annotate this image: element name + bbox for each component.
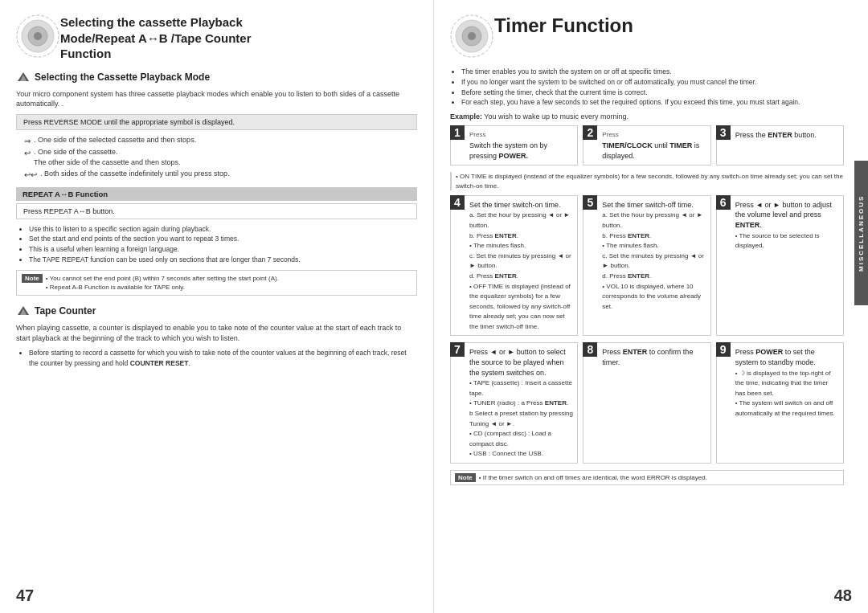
title-line2: Mode/Repeat A↔B /Tape Counter [60,31,252,45]
repeat-note-box: Note • You cannot set the end point (B) … [16,270,417,296]
bullet-text-3: . Both sides of the cassette indefinitel… [40,169,230,180]
bullet-symbol-3: ↩↩ [24,169,37,181]
section1-icon [16,70,31,84]
step-2-content: Press TIMER/CLOCK until TIMER is display… [602,130,706,161]
step-6-box: 6 Press ◄ or ► button to adjust the volu… [716,195,844,337]
step-9-box: 9 Press POWER to set the system to stand… [716,342,844,464]
page-number-right: 48 [834,586,852,605]
section1-body: Your micro component system has three ca… [16,89,417,109]
section3-title: Tape Counter [35,305,96,317]
miscellaneous-label: MISCELLANEOUS [858,194,865,271]
bullet-item-3: ↩↩ . Both sides of the cassette indefini… [24,169,417,181]
step-4-number: 4 [450,195,465,210]
intro-bullet-4: For each step, you have a few seconds to… [461,97,844,108]
left-title: Selecting the cassette Playback Mode/Rep… [60,14,252,62]
step-3-box: 3 Press the ENTER button. [716,125,844,166]
step-5-content: Set the timer switch-off time. a. Set th… [602,200,706,312]
svg-point-3 [34,32,42,40]
step-6-number: 6 [716,195,731,210]
timer-function-title: Timer Function [494,14,633,37]
step-2-number: 2 [583,125,597,140]
step-3-content: Press the ENTER button. [735,130,839,141]
step-2-press: Press [602,130,706,139]
right-header: Timer Function [450,14,844,59]
step-5-box: 5 Set the timer switch-off time. a. Set … [583,195,710,337]
step3-note: • ON TIME is displayed (instead of the e… [450,172,844,190]
miscellaneous-tab: MISCELLANEOUS [854,161,868,305]
bullet-item-2: ↩ . One side of the cassette.The other s… [24,147,417,169]
repeat-bullet-1: Use this to listen to a specific section… [29,224,417,235]
page-left: Selecting the cassette Playback Mode/Rep… [0,0,434,613]
step-1-press: Press [469,130,573,139]
example-line: Example: You wish to wake up to music ev… [450,112,844,121]
repeat-press-box: Press REPEAT A↔B button. [16,203,417,219]
step-9-number: 9 [716,342,731,357]
repeat-bullet-4: The TAPE REPEAT function can be used onl… [29,255,417,265]
section3-header: Tape Counter [16,304,417,318]
repeat-bullet-2: Set the start and end points of the sect… [29,234,417,244]
bullet-symbol-1: ⇒ [24,135,31,147]
intro-bullets: The timer enables you to switch the syst… [450,67,844,108]
speaker-icon-left [16,14,60,59]
title-line3: Function [60,47,111,60]
speaker-icon-right [450,14,494,59]
note-text: • You cannot set the end point (B) withi… [46,274,279,292]
bullet-item-1: ⇒ . One side of the selected cassette an… [24,135,417,147]
step-1-box: 1 Press Switch the system on by pressing… [450,125,578,166]
bottom-note: Note • If the timer switch on and off ti… [450,470,844,485]
intro-bullet-1: The timer enables you to switch the syst… [461,67,844,77]
page-number-left: 47 [16,586,34,605]
section3-bullet-1: Before starting to record a cassette for… [29,348,417,369]
right-title: Timer Function [494,14,633,37]
repeat-bullet-3: This is a useful when learning a foreign… [29,244,417,255]
step-8-content: Press ENTER to confirm the timer. [602,347,706,367]
section3-icon [16,304,31,318]
step-3-number: 3 [716,125,731,140]
bullet-symbol-2: ↩ [24,147,31,159]
section1-header: Selecting the Cassette Playback Mode [16,70,417,84]
repeat-label: REPEAT A↔B Function [16,187,417,201]
bullet-text-1: . One side of the selected cassette and … [34,135,196,146]
svg-point-11 [468,32,476,40]
step-8-box: 8 Press ENTER to confirm the timer. [583,342,710,464]
step-4-box: 4 Set the timer switch-on time. a. Set t… [450,195,578,337]
section1-bullets: ⇒ . One side of the selected cassette an… [16,135,417,181]
step-2-box: 2 Press TIMER/CLOCK until TIMER is displ… [583,125,710,166]
steps-row1: 1 Press Switch the system on by pressing… [450,125,844,166]
step-7-number: 7 [450,342,465,357]
steps-row2: 4 Set the timer switch-on time. a. Set t… [450,195,844,337]
steps-row3: 7 Press ◄ or ► button to select the sour… [450,342,844,464]
section3-body: When playing cassette, a counter is disp… [16,323,417,343]
intro-bullet-3: Before setting the timer, check that the… [461,88,844,98]
page-right: Timer Function The timer enables you to … [434,0,868,613]
intro-bullet-2: If you no longer want the system to be s… [461,77,844,88]
section1-highlight: Press REVERSE MODE until the appropriate… [16,114,417,130]
section3-bullets: Before starting to record a cassette for… [16,348,417,369]
note-label: Note [22,274,43,283]
step-7-content: Press ◄ or ► button to select the source… [469,347,573,459]
repeat-bullets: Use this to listen to a specific section… [16,224,417,265]
step-6-content: Press ◄ or ► button to adjust the volume… [735,200,839,251]
bottom-note-label: Note [455,473,476,482]
bullet-text-2: . One side of the cassette.The other sid… [34,147,181,169]
step-9-content: Press POWER to set the system to standby… [735,347,839,418]
step-4-content: Set the timer switch-on time. a. Set the… [469,200,573,332]
step-1-content: Press Switch the system on by pressing P… [469,130,573,161]
step-5-number: 5 [583,195,597,210]
left-header: Selecting the cassette Playback Mode/Rep… [16,14,417,62]
step-1-number: 1 [450,125,465,140]
section1-title: Selecting the Cassette Playback Mode [35,72,210,83]
title-line1: Selecting the cassette Playback [60,15,243,29]
bottom-note-text: • If the timer switch on and off times a… [479,473,707,482]
step-7-box: 7 Press ◄ or ► button to select the sour… [450,342,578,464]
step-8-number: 8 [583,342,597,357]
